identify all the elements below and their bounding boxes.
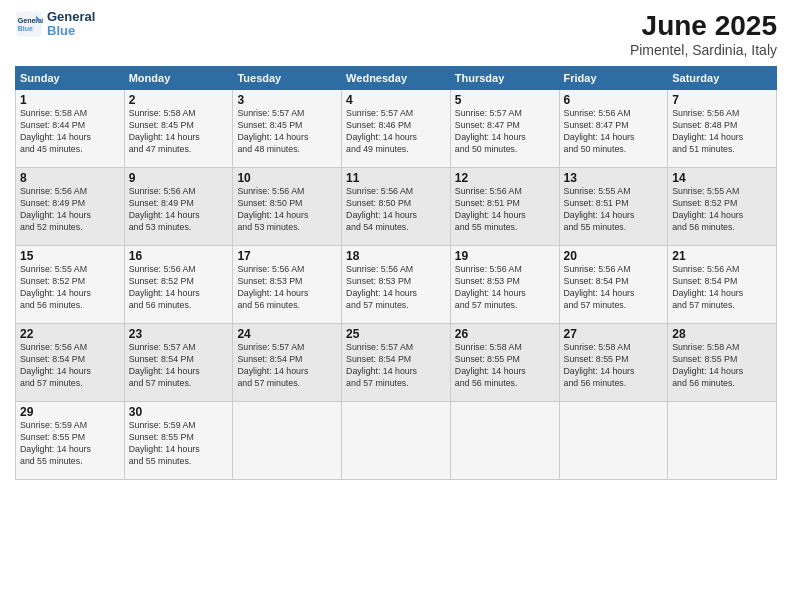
- calendar-cell: 15Sunrise: 5:55 AMSunset: 8:52 PMDayligh…: [16, 246, 125, 324]
- day-number: 19: [455, 249, 555, 263]
- header-thursday: Thursday: [450, 67, 559, 90]
- calendar-week-4: 22Sunrise: 5:56 AMSunset: 8:54 PMDayligh…: [16, 324, 777, 402]
- calendar-cell: 13Sunrise: 5:55 AMSunset: 8:51 PMDayligh…: [559, 168, 668, 246]
- calendar-cell: 4Sunrise: 5:57 AMSunset: 8:46 PMDaylight…: [342, 90, 451, 168]
- day-info: Sunrise: 5:56 AMSunset: 8:49 PMDaylight:…: [20, 186, 120, 234]
- svg-text:Blue: Blue: [18, 25, 33, 32]
- calendar-cell: 6Sunrise: 5:56 AMSunset: 8:47 PMDaylight…: [559, 90, 668, 168]
- calendar-cell: [668, 402, 777, 480]
- day-info: Sunrise: 5:55 AMSunset: 8:51 PMDaylight:…: [564, 186, 664, 234]
- calendar-cell: 26Sunrise: 5:58 AMSunset: 8:55 PMDayligh…: [450, 324, 559, 402]
- calendar-cell: 16Sunrise: 5:56 AMSunset: 8:52 PMDayligh…: [124, 246, 233, 324]
- calendar-cell: 1Sunrise: 5:58 AMSunset: 8:44 PMDaylight…: [16, 90, 125, 168]
- day-info: Sunrise: 5:56 AMSunset: 8:50 PMDaylight:…: [237, 186, 337, 234]
- day-number: 29: [20, 405, 120, 419]
- calendar-cell: 7Sunrise: 5:56 AMSunset: 8:48 PMDaylight…: [668, 90, 777, 168]
- day-info: Sunrise: 5:56 AMSunset: 8:53 PMDaylight:…: [346, 264, 446, 312]
- calendar-week-3: 15Sunrise: 5:55 AMSunset: 8:52 PMDayligh…: [16, 246, 777, 324]
- header: General Blue General Blue June 2025 Pime…: [15, 10, 777, 58]
- calendar-cell: 8Sunrise: 5:56 AMSunset: 8:49 PMDaylight…: [16, 168, 125, 246]
- day-info: Sunrise: 5:57 AMSunset: 8:47 PMDaylight:…: [455, 108, 555, 156]
- header-saturday: Saturday: [668, 67, 777, 90]
- day-number: 10: [237, 171, 337, 185]
- day-info: Sunrise: 5:57 AMSunset: 8:54 PMDaylight:…: [237, 342, 337, 390]
- calendar-cell: 9Sunrise: 5:56 AMSunset: 8:49 PMDaylight…: [124, 168, 233, 246]
- day-info: Sunrise: 5:57 AMSunset: 8:45 PMDaylight:…: [237, 108, 337, 156]
- day-info: Sunrise: 5:56 AMSunset: 8:51 PMDaylight:…: [455, 186, 555, 234]
- day-number: 24: [237, 327, 337, 341]
- calendar-cell: 28Sunrise: 5:58 AMSunset: 8:55 PMDayligh…: [668, 324, 777, 402]
- calendar-cell: 18Sunrise: 5:56 AMSunset: 8:53 PMDayligh…: [342, 246, 451, 324]
- calendar-table: Sunday Monday Tuesday Wednesday Thursday…: [15, 66, 777, 480]
- calendar-cell: 12Sunrise: 5:56 AMSunset: 8:51 PMDayligh…: [450, 168, 559, 246]
- header-friday: Friday: [559, 67, 668, 90]
- calendar-cell: 22Sunrise: 5:56 AMSunset: 8:54 PMDayligh…: [16, 324, 125, 402]
- logo: General Blue General Blue: [15, 10, 95, 39]
- header-tuesday: Tuesday: [233, 67, 342, 90]
- day-number: 17: [237, 249, 337, 263]
- day-info: Sunrise: 5:56 AMSunset: 8:54 PMDaylight:…: [20, 342, 120, 390]
- calendar-cell: 19Sunrise: 5:56 AMSunset: 8:53 PMDayligh…: [450, 246, 559, 324]
- day-number: 1: [20, 93, 120, 107]
- day-info: Sunrise: 5:56 AMSunset: 8:54 PMDaylight:…: [672, 264, 772, 312]
- logo-text: General Blue: [47, 10, 95, 39]
- calendar-cell: 2Sunrise: 5:58 AMSunset: 8:45 PMDaylight…: [124, 90, 233, 168]
- calendar-cell: [450, 402, 559, 480]
- day-info: Sunrise: 5:56 AMSunset: 8:49 PMDaylight:…: [129, 186, 229, 234]
- days-header-row: Sunday Monday Tuesday Wednesday Thursday…: [16, 67, 777, 90]
- day-info: Sunrise: 5:58 AMSunset: 8:45 PMDaylight:…: [129, 108, 229, 156]
- calendar-cell: 10Sunrise: 5:56 AMSunset: 8:50 PMDayligh…: [233, 168, 342, 246]
- calendar-cell: 11Sunrise: 5:56 AMSunset: 8:50 PMDayligh…: [342, 168, 451, 246]
- calendar-week-5: 29Sunrise: 5:59 AMSunset: 8:55 PMDayligh…: [16, 402, 777, 480]
- day-number: 13: [564, 171, 664, 185]
- day-info: Sunrise: 5:56 AMSunset: 8:48 PMDaylight:…: [672, 108, 772, 156]
- day-number: 28: [672, 327, 772, 341]
- svg-rect-0: [16, 12, 41, 37]
- day-info: Sunrise: 5:58 AMSunset: 8:55 PMDaylight:…: [564, 342, 664, 390]
- day-number: 4: [346, 93, 446, 107]
- day-number: 21: [672, 249, 772, 263]
- day-number: 12: [455, 171, 555, 185]
- day-info: Sunrise: 5:56 AMSunset: 8:52 PMDaylight:…: [129, 264, 229, 312]
- day-number: 27: [564, 327, 664, 341]
- day-info: Sunrise: 5:56 AMSunset: 8:54 PMDaylight:…: [564, 264, 664, 312]
- day-number: 16: [129, 249, 229, 263]
- day-info: Sunrise: 5:59 AMSunset: 8:55 PMDaylight:…: [20, 420, 120, 468]
- logo-icon: General Blue: [15, 10, 43, 38]
- title-block: June 2025 Pimentel, Sardinia, Italy: [630, 10, 777, 58]
- day-info: Sunrise: 5:56 AMSunset: 8:53 PMDaylight:…: [237, 264, 337, 312]
- day-number: 20: [564, 249, 664, 263]
- calendar-cell: [342, 402, 451, 480]
- day-number: 18: [346, 249, 446, 263]
- day-info: Sunrise: 5:57 AMSunset: 8:54 PMDaylight:…: [346, 342, 446, 390]
- header-wednesday: Wednesday: [342, 67, 451, 90]
- day-number: 15: [20, 249, 120, 263]
- calendar-cell: 14Sunrise: 5:55 AMSunset: 8:52 PMDayligh…: [668, 168, 777, 246]
- calendar-title: June 2025: [630, 10, 777, 42]
- day-number: 23: [129, 327, 229, 341]
- calendar-cell: [233, 402, 342, 480]
- calendar-week-1: 1Sunrise: 5:58 AMSunset: 8:44 PMDaylight…: [16, 90, 777, 168]
- day-info: Sunrise: 5:56 AMSunset: 8:47 PMDaylight:…: [564, 108, 664, 156]
- day-info: Sunrise: 5:57 AMSunset: 8:54 PMDaylight:…: [129, 342, 229, 390]
- calendar-cell: 29Sunrise: 5:59 AMSunset: 8:55 PMDayligh…: [16, 402, 125, 480]
- header-monday: Monday: [124, 67, 233, 90]
- calendar-cell: 17Sunrise: 5:56 AMSunset: 8:53 PMDayligh…: [233, 246, 342, 324]
- calendar-cell: 5Sunrise: 5:57 AMSunset: 8:47 PMDaylight…: [450, 90, 559, 168]
- day-number: 11: [346, 171, 446, 185]
- day-info: Sunrise: 5:55 AMSunset: 8:52 PMDaylight:…: [20, 264, 120, 312]
- day-number: 14: [672, 171, 772, 185]
- day-info: Sunrise: 5:58 AMSunset: 8:44 PMDaylight:…: [20, 108, 120, 156]
- calendar-page: General Blue General Blue June 2025 Pime…: [0, 0, 792, 612]
- day-info: Sunrise: 5:58 AMSunset: 8:55 PMDaylight:…: [672, 342, 772, 390]
- calendar-cell: 23Sunrise: 5:57 AMSunset: 8:54 PMDayligh…: [124, 324, 233, 402]
- day-info: Sunrise: 5:57 AMSunset: 8:46 PMDaylight:…: [346, 108, 446, 156]
- day-number: 25: [346, 327, 446, 341]
- day-number: 5: [455, 93, 555, 107]
- day-number: 6: [564, 93, 664, 107]
- day-info: Sunrise: 5:56 AMSunset: 8:53 PMDaylight:…: [455, 264, 555, 312]
- calendar-week-2: 8Sunrise: 5:56 AMSunset: 8:49 PMDaylight…: [16, 168, 777, 246]
- calendar-cell: 3Sunrise: 5:57 AMSunset: 8:45 PMDaylight…: [233, 90, 342, 168]
- day-number: 9: [129, 171, 229, 185]
- day-number: 3: [237, 93, 337, 107]
